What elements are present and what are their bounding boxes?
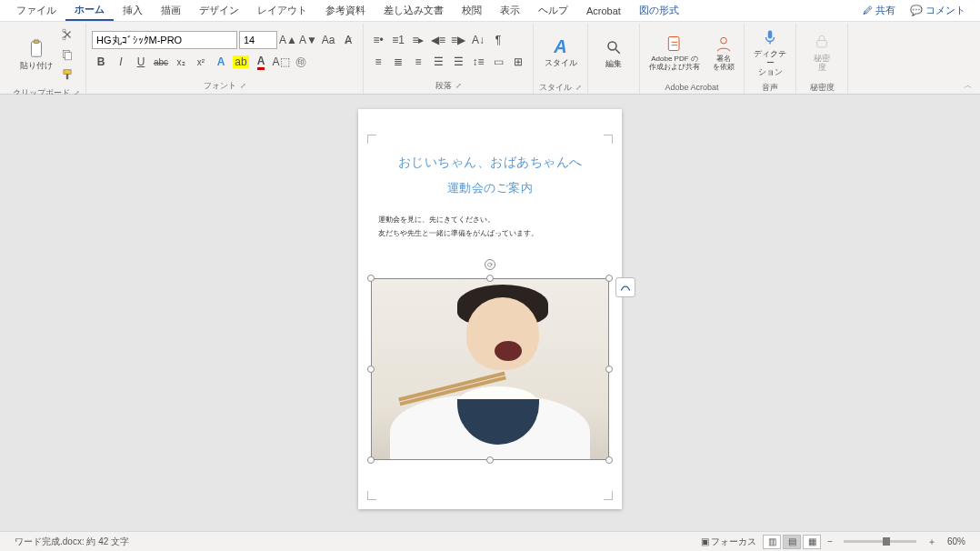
font-family-select[interactable] xyxy=(92,31,237,49)
increase-indent-button[interactable]: ≡▶ xyxy=(449,31,467,49)
bold-button[interactable]: B xyxy=(92,53,110,71)
decrease-font-button[interactable]: A▼ xyxy=(299,31,317,49)
highlight-button[interactable]: ab xyxy=(232,53,250,71)
sign-icon xyxy=(714,34,734,54)
bullets-button[interactable]: ≡• xyxy=(369,31,387,49)
menu-view[interactable]: 表示 xyxy=(491,1,529,20)
editing-button[interactable]: 編集 xyxy=(594,26,634,79)
resize-handle[interactable] xyxy=(605,275,613,282)
distributed-button[interactable]: ☰ xyxy=(449,53,467,71)
borders-button[interactable]: ⊞ xyxy=(509,53,527,71)
copy-button[interactable] xyxy=(58,45,76,64)
menu-mailings[interactable]: 差し込み文書 xyxy=(375,1,453,20)
change-case-button[interactable]: Aa xyxy=(319,31,337,49)
justify-button[interactable]: ☰ xyxy=(429,53,447,71)
zoom-in-button[interactable]: ＋ xyxy=(922,536,942,548)
svg-rect-6 xyxy=(64,70,71,75)
editing-label: 編集 xyxy=(605,60,622,69)
doc-body-line[interactable]: 運動会を見に、先にきてください。 xyxy=(378,213,602,226)
resize-handle[interactable] xyxy=(605,456,613,464)
numbering-button[interactable]: ≡1 xyxy=(389,31,407,49)
cut-button[interactable] xyxy=(58,25,76,44)
font-dialog-launcher[interactable]: ⤢ xyxy=(240,82,246,90)
layout-options-icon xyxy=(619,281,632,294)
comments-button[interactable]: 💬 コメント xyxy=(903,2,973,19)
format-painter-button[interactable] xyxy=(58,65,76,84)
resize-handle[interactable] xyxy=(367,366,375,373)
menu-help[interactable]: ヘルプ xyxy=(529,1,577,20)
show-marks-button[interactable]: ¶ xyxy=(489,31,507,49)
paragraph-dialog-launcher[interactable]: ⤢ xyxy=(455,82,462,90)
zoom-slider-thumb[interactable] xyxy=(883,537,890,546)
request-sign-button[interactable]: 署名 を依頼 xyxy=(709,32,738,74)
menu-review[interactable]: 校閲 xyxy=(453,1,491,20)
photo-content xyxy=(372,279,608,459)
align-center-button[interactable]: ≣ xyxy=(389,53,407,71)
view-print-button[interactable]: ▤ xyxy=(783,535,801,549)
font-color-button[interactable]: A xyxy=(252,53,270,71)
menu-references[interactable]: 参考資料 xyxy=(316,1,375,20)
dictate-button[interactable]: ディクテー ション xyxy=(750,25,790,78)
styles-button[interactable]: A スタイル xyxy=(541,25,581,78)
secrecy-button[interactable]: 秘密 度 xyxy=(802,25,842,78)
menu-picture-format[interactable]: 図の形式 xyxy=(630,1,688,20)
pdf-label: Adobe PDF の 作成および共有 xyxy=(649,55,700,72)
menu-draw[interactable]: 描画 xyxy=(152,1,190,20)
char-shading-button[interactable]: A⬚ xyxy=(272,53,290,71)
clear-formatting-button[interactable]: A̷ xyxy=(339,31,357,49)
menu-acrobat[interactable]: Acrobat xyxy=(577,3,630,19)
font-size-select[interactable] xyxy=(239,31,277,49)
zoom-level[interactable]: 60% xyxy=(942,536,971,546)
svg-line-9 xyxy=(615,49,620,54)
resize-handle[interactable] xyxy=(486,275,494,282)
sort-button[interactable]: A↓ xyxy=(469,31,487,49)
resize-handle[interactable] xyxy=(367,456,375,464)
doc-body-line[interactable]: 友だちや先生と一緒に準備をがんばっています。 xyxy=(378,226,602,240)
superscript-button[interactable]: x² xyxy=(192,53,210,71)
doc-heading-2[interactable]: 運動会のご案内 xyxy=(378,180,602,196)
paste-icon xyxy=(25,38,47,60)
document-page[interactable]: おじいちゃん、おばあちゃんへ 運動会のご案内 運動会を見に、先にきてください。 … xyxy=(358,109,622,509)
create-pdf-button[interactable]: Adobe PDF の 作成および共有 xyxy=(645,32,704,74)
doc-heading-1[interactable]: おじいちゃん、おばあちゃんへ xyxy=(378,155,602,171)
styles-dialog-launcher[interactable]: ⤢ xyxy=(575,84,582,92)
resize-handle[interactable] xyxy=(367,275,375,282)
line-spacing-button[interactable]: ↕≡ xyxy=(469,53,487,71)
decrease-indent-button[interactable]: ◀≡ xyxy=(429,31,447,49)
zoom-slider[interactable] xyxy=(844,540,916,543)
enclose-char-button[interactable]: ㊞ xyxy=(292,53,310,71)
strikethrough-button[interactable]: abc xyxy=(152,53,170,71)
view-web-button[interactable]: ▦ xyxy=(803,535,821,549)
lock-icon xyxy=(811,31,833,53)
share-button[interactable]: 🖉 共有 xyxy=(855,2,903,19)
shading-button[interactable]: ▭ xyxy=(489,53,507,71)
increase-font-button[interactable]: A▲ xyxy=(279,31,297,49)
subscript-button[interactable]: x₂ xyxy=(172,53,190,71)
rotate-handle[interactable]: ⟳ xyxy=(485,259,495,270)
text-effects-button[interactable]: A xyxy=(212,53,230,71)
align-left-button[interactable]: ≡ xyxy=(369,53,387,71)
multilevel-list-button[interactable]: ≡▸ xyxy=(409,31,427,49)
italic-button[interactable]: I xyxy=(112,53,130,71)
focus-mode-button[interactable]: ▣ フォーカス xyxy=(695,536,762,548)
inserted-picture[interactable]: ⟳ xyxy=(371,278,609,460)
layout-options-button[interactable] xyxy=(615,277,635,297)
underline-button[interactable]: U xyxy=(132,53,150,71)
view-read-button[interactable]: ▥ xyxy=(763,535,781,549)
svg-rect-7 xyxy=(66,74,68,79)
zoom-out-button[interactable]: − xyxy=(822,536,838,546)
collapse-ribbon-button[interactable]: ︿ xyxy=(964,79,973,92)
menu-design[interactable]: デザイン xyxy=(190,1,248,20)
svg-rect-0 xyxy=(32,42,42,57)
menu-layout[interactable]: レイアウト xyxy=(248,1,316,20)
menu-insert[interactable]: 挿入 xyxy=(114,1,152,20)
align-right-button[interactable]: ≡ xyxy=(409,53,427,71)
resize-handle[interactable] xyxy=(486,456,494,464)
document-canvas[interactable]: おじいちゃん、おばあちゃんへ 運動会のご案内 運動会を見に、先にきてください。 … xyxy=(0,95,980,531)
resize-handle[interactable] xyxy=(605,366,613,373)
svg-rect-12 xyxy=(768,31,773,39)
menubar: ファイル ホーム 挿入 描画 デザイン レイアウト 参考資料 差し込み文書 校閲… xyxy=(0,0,980,22)
paste-button[interactable]: 貼り付け xyxy=(16,28,56,81)
menu-file[interactable]: ファイル xyxy=(7,1,65,20)
menu-home[interactable]: ホーム xyxy=(65,0,114,21)
